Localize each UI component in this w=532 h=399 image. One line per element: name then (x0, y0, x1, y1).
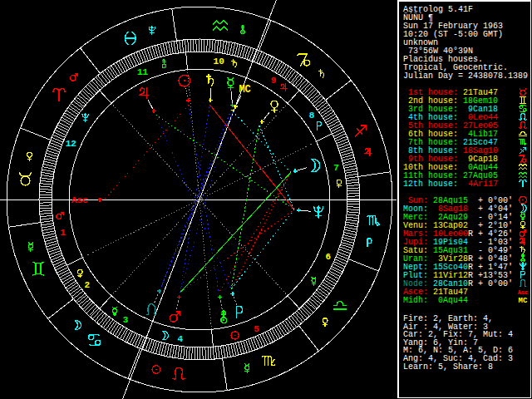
svg-text:5: 5 (254, 324, 259, 334)
svg-text:7: 7 (333, 163, 339, 173)
svg-text:MC: MC (519, 297, 528, 305)
svg-text:6: 6 (325, 252, 331, 262)
svg-text:Asc: Asc (71, 195, 88, 205)
svg-text:8: 8 (309, 111, 315, 121)
svg-text:9: 9 (271, 76, 277, 86)
svg-text:Asc: Asc (518, 289, 529, 296)
svg-text:MC: MC (239, 84, 250, 96)
svg-text:4: 4 (177, 334, 183, 344)
svg-text:11: 11 (137, 67, 149, 77)
svg-text:12: 12 (66, 139, 76, 149)
svg-text:Learn: 5, Share: 8: Learn: 5, Share: 8 (403, 362, 493, 372)
svg-text:3: 3 (123, 315, 129, 325)
svg-text:10: 10 (214, 57, 224, 66)
svg-text:1: 1 (60, 228, 66, 238)
svg-text:Midh: 0Aqu44: Midh: 0Aqu44 (403, 296, 468, 305)
svg-text:Julian Day = 2438078.1389: Julian Day = 2438078.1389 (403, 71, 528, 81)
svg-text:12th house: 4Ari17: 12th house: 4Ari17 (403, 180, 498, 189)
svg-text:2: 2 (85, 280, 91, 290)
